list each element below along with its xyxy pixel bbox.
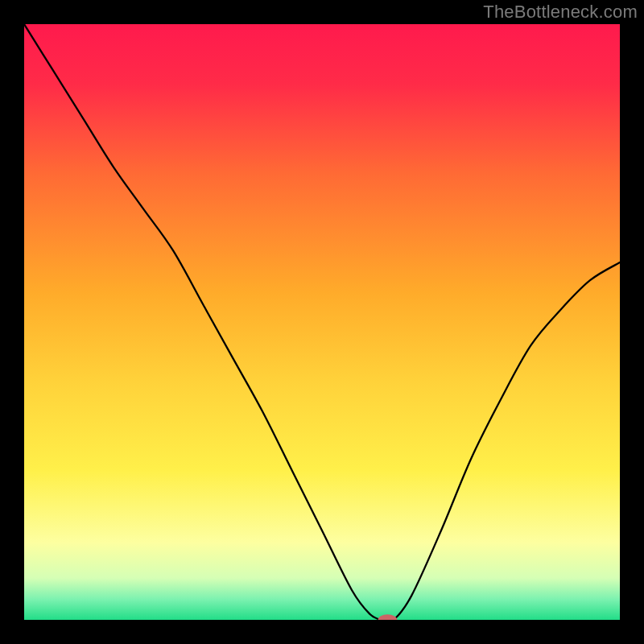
watermark-text: TheBottleneck.com <box>483 2 638 23</box>
plot-area <box>24 24 620 620</box>
plot-svg <box>24 24 620 620</box>
chart-frame: TheBottleneck.com <box>0 0 644 644</box>
